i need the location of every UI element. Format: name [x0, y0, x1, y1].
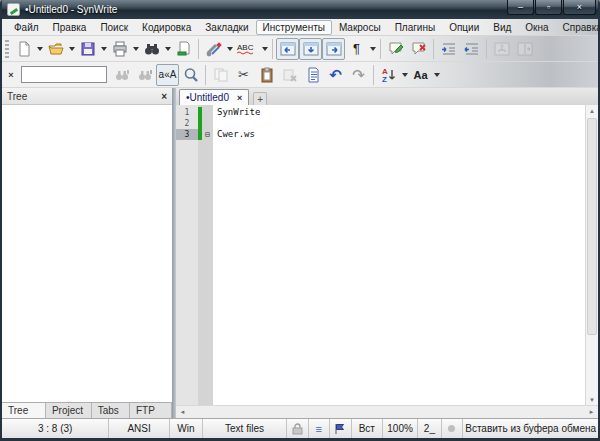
fold-minus-icon[interactable]: ⊟	[202, 129, 213, 140]
sidebar-tab-ftp[interactable]: FTP	[130, 403, 172, 418]
status-line-ends[interactable]: Win	[170, 419, 203, 438]
sort-dropdown[interactable]	[400, 64, 409, 86]
status-tab-size[interactable]: 2_	[418, 419, 442, 438]
menu-edit[interactable]: Правка	[46, 20, 94, 35]
vertical-scroll-thumb[interactable]	[587, 118, 597, 335]
scroll-up-icon[interactable]: ▲	[586, 105, 598, 116]
sidebar-tab-project[interactable]: Project	[46, 403, 92, 418]
comment-add-button[interactable]	[384, 38, 407, 60]
tools-icon	[206, 41, 222, 57]
scroll-left-icon[interactable]: ◄	[176, 409, 189, 415]
comment-remove-button[interactable]	[407, 38, 430, 60]
sidebar-title: Tree	[7, 91, 27, 102]
menu-options[interactable]: Опции	[442, 20, 486, 35]
sync-tree-button[interactable]	[490, 38, 513, 60]
change-case-dropdown[interactable]	[432, 64, 441, 86]
open-file-button[interactable]	[44, 38, 67, 60]
word-wrap-icon: ≡	[316, 423, 322, 435]
zoom-search-button[interactable]	[179, 64, 202, 86]
spellcheck-dropdown[interactable]	[260, 38, 269, 60]
save-file-button[interactable]	[76, 38, 99, 60]
panel-right-toggle-button[interactable]	[322, 38, 345, 60]
status-lexer[interactable]: Text files	[203, 419, 287, 438]
menu-encoding[interactable]: Кодировка	[135, 20, 198, 35]
quick-search-input[interactable]	[21, 66, 107, 83]
new-tab-button[interactable]: +	[253, 92, 267, 105]
print-dropdown[interactable]	[131, 38, 140, 60]
status-wrap-cell[interactable]: ≡	[309, 419, 331, 438]
scroll-down-icon[interactable]: ▼	[586, 394, 598, 405]
close-findbar-button[interactable]: ×	[4, 67, 18, 83]
document-tab[interactable]: •Untitled0 ×	[179, 89, 249, 105]
case-sensitive-button[interactable]: a«A	[156, 64, 179, 86]
save-file-dropdown[interactable]	[99, 38, 108, 60]
sidebar-close-icon[interactable]: ×	[161, 91, 167, 102]
status-macro-cell[interactable]	[330, 419, 352, 438]
menu-windows[interactable]: Окна	[518, 20, 555, 35]
sync-frame-button[interactable]	[513, 38, 536, 60]
horizontal-scroll-track[interactable]	[189, 406, 585, 418]
vertical-scroll-track[interactable]	[586, 116, 598, 394]
select-all-button[interactable]	[301, 64, 324, 86]
horizontal-scrollbar[interactable]: ◄ ►	[176, 405, 598, 418]
status-encoding[interactable]: ANSI	[109, 419, 170, 438]
paste-button[interactable]	[255, 64, 278, 86]
menu-view[interactable]: Вид	[486, 20, 518, 35]
minimize-button[interactable]: –	[507, 0, 534, 15]
maximize-button[interactable]: ▫	[535, 0, 562, 15]
line-number: 1	[176, 107, 198, 118]
green-document-button[interactable]	[172, 38, 195, 60]
tree-view[interactable]	[2, 105, 172, 402]
show-nonprinted-dropdown[interactable]	[368, 38, 377, 60]
menu-help[interactable]: Справка	[556, 20, 600, 35]
redo-button[interactable]: ↷	[347, 64, 370, 86]
sort-button[interactable]: AZ	[377, 64, 400, 86]
menu-bookmarks[interactable]: Закладки	[198, 20, 255, 35]
menu-tools[interactable]: Инструменты	[256, 20, 332, 35]
lock-icon	[292, 423, 303, 435]
find-prev-button[interactable]	[110, 64, 133, 86]
status-caret-position[interactable]: 3 : 8 (3)	[2, 419, 109, 438]
toolbar-separator	[486, 39, 487, 59]
delete-button[interactable]	[278, 64, 301, 86]
print-button[interactable]	[108, 38, 131, 60]
panel-bottom-toggle-button[interactable]	[299, 38, 322, 60]
cut-button[interactable]: ✂	[232, 64, 255, 86]
indent-button[interactable]	[437, 38, 460, 60]
menu-search[interactable]: Поиск	[93, 20, 135, 35]
sidebar-tab-tree[interactable]: Tree	[2, 403, 46, 418]
unindent-button[interactable]	[460, 38, 483, 60]
new-file-button[interactable]	[12, 38, 35, 60]
sidebar-tab-tabs[interactable]: Tabs	[92, 403, 130, 418]
new-file-dropdown[interactable]	[35, 38, 44, 60]
undo-button[interactable]: ↶	[324, 64, 347, 86]
status-indicator-cell[interactable]	[442, 419, 464, 438]
status-insert-mode[interactable]: Вст	[352, 419, 383, 438]
find-dropdown[interactable]	[163, 38, 172, 60]
find-button[interactable]	[140, 38, 163, 60]
tools-button[interactable]	[202, 38, 225, 60]
editor-area[interactable]: 1 SynWrite 2 3	[176, 105, 585, 405]
comment-add-icon	[388, 41, 404, 57]
show-nonprinted-button[interactable]: ¶	[345, 38, 368, 60]
find-next-button[interactable]	[133, 64, 156, 86]
change-case-button[interactable]: Aa	[409, 64, 432, 86]
tab-close-icon[interactable]: ×	[237, 93, 242, 103]
status-readonly-cell[interactable]	[287, 419, 309, 438]
tools-dropdown[interactable]	[225, 38, 234, 60]
vertical-scrollbar[interactable]: ▲ ▼	[585, 105, 598, 405]
menu-file[interactable]: Файл	[7, 20, 46, 35]
status-zoom[interactable]: 100%	[383, 419, 418, 438]
scroll-right-icon[interactable]: ►	[585, 409, 598, 415]
save-icon	[80, 41, 96, 57]
panel-bottom-icon	[303, 42, 319, 56]
close-button[interactable]: ×	[563, 0, 596, 15]
copy-button[interactable]	[209, 64, 232, 86]
menu-macros[interactable]: Макросы	[332, 20, 388, 35]
menu-plugins[interactable]: Плагины	[388, 20, 443, 35]
panel-left-toggle-button[interactable]	[276, 38, 299, 60]
spellcheck-button[interactable]: ABC	[234, 38, 260, 60]
toolbar-gripper[interactable]	[5, 40, 9, 58]
open-file-dropdown[interactable]	[67, 38, 76, 60]
pilcrow-icon: ¶	[353, 42, 360, 55]
